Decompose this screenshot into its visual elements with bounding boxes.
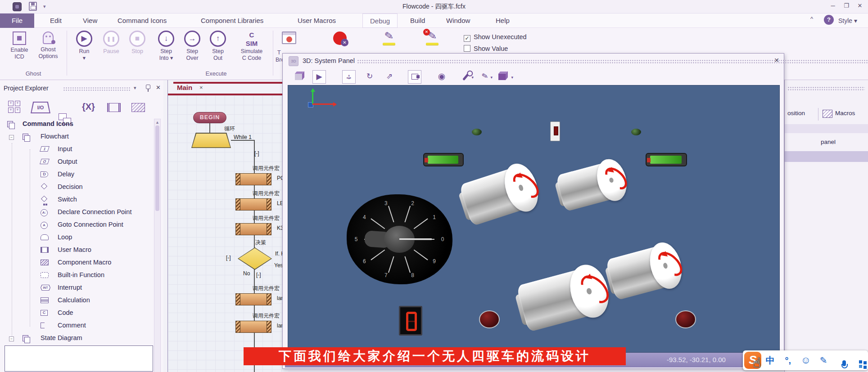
panel-grip-texture[interactable] [787,86,865,91]
project-explorer-header[interactable]: Project Explorer ▾ ✕ [0,84,164,94]
move-tool-icon[interactable]: ↔↕ [342,70,356,84]
chevron-down-icon[interactable]: ▾ [134,85,136,91]
clear-highlight-pencil-button[interactable]: ✎✕ [419,30,447,47]
io-button[interactable] [31,102,50,113]
3d-panel-titlebar[interactable]: 3D 3D: System Panel ✕ [283,54,784,69]
green-led-bar-object[interactable] [423,153,464,166]
cube-material-icon[interactable]: ▾ [496,70,510,84]
maximize-button[interactable]: ❐ [841,2,852,9]
3d-viewport[interactable]: 0123456789 [288,85,780,353]
menu-item-user-macros[interactable]: User Macros [290,13,343,28]
step-out-button[interactable]: ↑ Step Out [204,30,232,62]
red-button-object[interactable] [479,310,500,328]
tab-main[interactable]: Main [177,84,192,91]
show-value-checkbox[interactable]: Show Value [464,45,508,54]
scale-tool-icon[interactable]: ⇗ [383,70,396,84]
macros-panel-label[interactable]: Macros [835,110,855,117]
collapse-marker[interactable]: [-] [256,272,261,278]
stop-button[interactable]: ■ Stop [123,30,151,55]
minimize-button[interactable]: ─ [827,2,838,9]
menu-item-component-libraries[interactable]: Component Libraries [194,13,271,28]
menu-item-file[interactable]: File [0,13,34,28]
motor-object[interactable] [458,159,544,229]
switch-object[interactable] [550,121,560,141]
user-macro-button[interactable] [107,103,121,112]
flow-component-macro-node[interactable] [235,293,271,305]
show-unexecuted-checkbox[interactable]: ✓Show Unexecuted [464,33,527,42]
red-button-object[interactable] [675,310,696,328]
motor-object[interactable] [605,239,687,303]
menu-item-edit[interactable]: Edit [43,13,69,28]
panel-close-icon[interactable]: ✕ [156,84,161,91]
panel-row[interactable] [785,124,868,133]
clear-breakpoints-button[interactable] [326,30,354,47]
seven-segment-display[interactable] [399,306,422,336]
scroll-up-icon[interactable]: ▲ [154,120,160,125]
run-button[interactable]: ▶ Run ▾ [70,30,98,62]
menu-item-view[interactable]: View [76,13,104,28]
green-dot-object[interactable] [472,129,482,135]
tree-item-label: Command Icons [23,120,73,127]
handwriting-pen-icon[interactable]: ✎ [815,355,833,366]
menu-item-command-icons[interactable]: Command Icons [110,13,174,28]
menu-item-debug[interactable]: Debug [362,13,398,28]
icon-grid-button[interactable]: ++++ [8,101,21,113]
highlight-pencil-button[interactable]: ✎ [375,30,403,47]
panel-label: panel [821,139,836,145]
panel-row-selected[interactable] [785,151,868,162]
green-led-bar-object[interactable] [646,153,687,166]
collapse-marker[interactable]: [-] [226,255,231,261]
flow-begin-node[interactable]: BEGIN [193,112,226,123]
step-into-button[interactable]: ↓ Step Into ▾ [152,30,180,62]
menu-item-window[interactable]: Window [439,13,477,28]
eye-icon[interactable]: ◉ [435,70,448,84]
enable-icd-button[interactable]: Enable ICD [5,30,33,60]
panel-grip-texture[interactable] [357,59,868,63]
variables-button[interactable]: {X} [82,102,95,112]
checkbox-checked-icon[interactable]: ✓ [464,35,470,42]
flow-component-macro-node[interactable] [235,198,271,211]
ime-language-toggle[interactable]: 中 [761,354,779,367]
collapse-marker[interactable]: [-] [254,150,259,157]
tab-close-icon[interactable]: × [199,84,203,91]
position-panel-label[interactable]: osition [787,110,805,117]
close-button[interactable]: ✕ [854,2,865,9]
flow-component-macro-node[interactable] [235,223,271,235]
style-button[interactable]: Style ▾ [838,17,857,28]
motor-object[interactable] [515,260,614,335]
rotary-dial-object[interactable]: 0123456789 [347,194,452,284]
tree-scrollbar[interactable]: ▲ ▼ [154,119,161,372]
3d-mode-icon[interactable] [293,70,306,84]
green-dot-object[interactable] [631,129,641,135]
collapse-toggle-icon[interactable]: − [9,135,14,140]
step-over-button[interactable]: → Step Over [178,30,206,62]
brush-icon[interactable]: ✎▾ [478,70,492,84]
ime-punctuation-toggle[interactable]: °, [779,355,797,366]
pin-icon[interactable] [146,85,150,89]
3d-play-button[interactable]: ▶ [312,70,326,84]
menu-item-help[interactable]: Help [488,13,517,28]
pause-button[interactable]: ❚❚ Pause [97,30,125,55]
flow-loop-node[interactable] [191,133,231,148]
ghost-options-button[interactable]: Ghost Options [34,30,62,60]
toggle-breakpoint-button[interactable] [276,30,302,46]
menu-item-build[interactable]: Build [403,13,432,28]
component-macro-button[interactable] [131,103,145,112]
help-icon[interactable]: ? [824,15,834,25]
selection-box-icon[interactable] [408,70,421,84]
rotate-tool-icon[interactable]: ↻ [363,70,376,84]
motor-object[interactable] [555,156,631,215]
flow-component-macro-node[interactable] [235,173,271,185]
ribbon-collapse-caret[interactable]: ^ [810,15,813,26]
wrench-icon[interactable]: ▾ [459,70,473,84]
flow-component-macro-node[interactable] [235,321,271,333]
emoji-icon[interactable]: ☺ [797,354,815,366]
3d-panel-close-icon[interactable]: ✕ [774,57,779,64]
flowchart-canvas[interactable]: BEGIN 循环 While 1 [-] 调用元件宏PO调用元件宏LE调用元件宏… [168,95,288,372]
simulate-c-code-button[interactable]: C SIM Simulate C Code [238,30,266,62]
flow-decision-node[interactable] [238,247,272,270]
collapse-toggle-icon[interactable]: − [9,336,14,341]
checkbox-unchecked-icon[interactable] [464,45,470,52]
scrollbar-thumb[interactable] [155,125,159,211]
panel-grip-texture[interactable] [63,87,131,91]
